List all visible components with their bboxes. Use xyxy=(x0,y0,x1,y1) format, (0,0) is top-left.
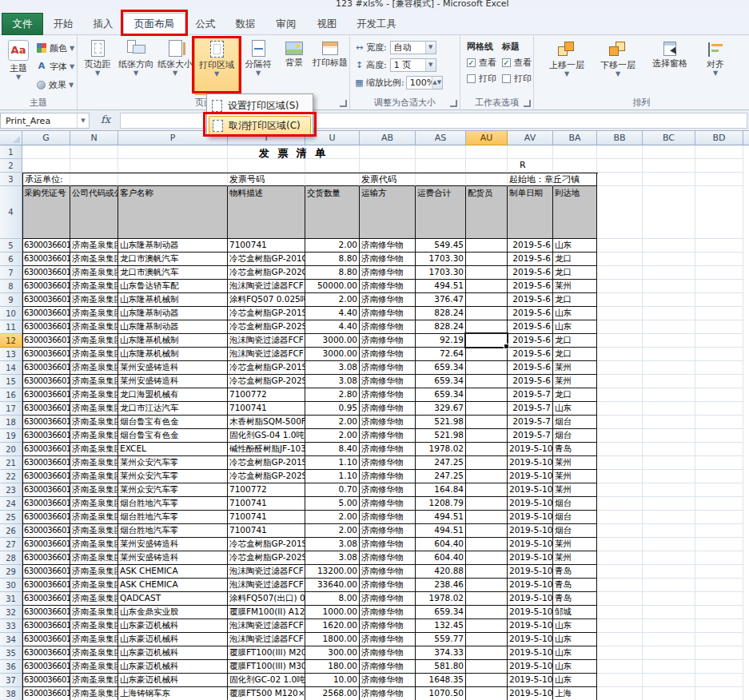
cell[interactable]: 济南圣泉集团 xyxy=(70,511,118,524)
cell[interactable]: 2019-5-10 xyxy=(508,660,553,674)
cell[interactable]: 覆膜FT100(III) M200 xyxy=(228,646,305,660)
cell[interactable] xyxy=(643,606,695,619)
cell[interactable]: 济南圣泉集团 xyxy=(70,660,118,674)
cell[interactable]: 1000.00 xyxy=(305,606,360,619)
cell[interactable] xyxy=(466,375,508,388)
cell[interactable]: 济南修华物 xyxy=(360,375,416,388)
cell[interactable]: 2019-5-6 xyxy=(508,320,553,334)
cell[interactable]: 冷芯盒树脂GP-201S xyxy=(228,538,305,551)
cell[interactable] xyxy=(118,145,228,159)
cell[interactable] xyxy=(597,416,643,429)
row-header-38[interactable]: 38 xyxy=(0,687,22,700)
cell[interactable]: 2019-5-10 xyxy=(508,456,553,470)
cell[interactable]: 济南修华物 xyxy=(360,606,416,619)
cell[interactable]: 7100772 xyxy=(228,388,305,402)
cell[interactable] xyxy=(597,579,643,592)
cell[interactable] xyxy=(643,361,695,375)
cell[interactable]: 烟台 xyxy=(553,416,597,429)
cell[interactable]: 2019-5-6 xyxy=(508,266,553,280)
sheet-options-dialog-launcher[interactable] xyxy=(524,100,531,107)
cell[interactable]: 6300036601 xyxy=(22,538,70,551)
cell[interactable] xyxy=(643,416,695,429)
cell[interactable]: 828.24 xyxy=(416,307,466,320)
column-header-AV[interactable]: AV xyxy=(508,131,553,145)
row-header-9[interactable]: 9 xyxy=(0,293,22,307)
cell[interactable]: 济南修华物 xyxy=(360,470,416,483)
cell[interactable]: 碱性酚醛树脂JF-103 xyxy=(228,443,305,456)
cell[interactable]: 济南修华物 xyxy=(360,334,416,348)
cell[interactable]: 6300036601 xyxy=(22,253,70,266)
row-header-22[interactable]: 22 xyxy=(0,470,22,483)
background-button[interactable]: 背景 xyxy=(277,38,312,95)
cell[interactable]: 6300036601 xyxy=(22,619,70,633)
cell[interactable] xyxy=(466,293,508,307)
cell[interactable]: 莱州 xyxy=(553,456,597,470)
cell[interactable]: 1978.02 xyxy=(416,592,466,606)
cell[interactable]: 济南修华物 xyxy=(360,674,416,687)
cell[interactable]: 6300036601 xyxy=(22,551,70,565)
cell[interactable]: 龙口海盟机械有 xyxy=(118,388,228,402)
cell[interactable]: 济南圣泉集团 xyxy=(70,538,118,551)
row-header-10[interactable]: 10 xyxy=(0,307,22,320)
cell[interactable]: 烟台 xyxy=(553,429,597,443)
cell[interactable]: 济南修华物 xyxy=(360,646,416,660)
cell[interactable]: 龙口 xyxy=(553,334,597,348)
cell[interactable] xyxy=(597,497,643,511)
column-header-AS[interactable]: AS xyxy=(416,131,466,145)
cell[interactable] xyxy=(508,145,553,159)
cell[interactable]: 2568.00 xyxy=(305,687,360,700)
cell[interactable]: 山东豪迈机械科 xyxy=(118,646,228,660)
cell[interactable]: 济南圣泉集团 xyxy=(70,280,118,293)
row-header-34[interactable]: 34 xyxy=(0,633,22,646)
cell[interactable]: 烟台鲁宝有色金 xyxy=(118,416,228,429)
row-header-17[interactable]: 17 xyxy=(0,402,22,416)
cell[interactable]: 烟台 xyxy=(553,511,597,524)
column-header-BC[interactable]: BC xyxy=(643,131,695,145)
cell[interactable] xyxy=(643,280,695,293)
cell[interactable]: 济南修华物 xyxy=(360,511,416,524)
cell[interactable]: 莱州安盛铸造科 xyxy=(118,551,228,565)
cell[interactable]: 2.00 xyxy=(305,511,360,524)
cell[interactable] xyxy=(597,606,643,619)
table-header-cell[interactable]: 到达地 xyxy=(553,186,597,239)
cell[interactable]: 2.80 xyxy=(305,388,360,402)
cell[interactable] xyxy=(466,253,508,266)
stepper-arrows-icon[interactable]: ▲▼ xyxy=(432,77,442,89)
cell[interactable]: 济南圣泉集团 xyxy=(70,592,118,606)
chevron-down-icon[interactable]: ▼ xyxy=(425,59,436,71)
cell[interactable] xyxy=(695,646,743,660)
headings-view-checkbox[interactable]: 查看 xyxy=(502,54,532,70)
cell[interactable] xyxy=(695,159,743,173)
table-header-cell[interactable]: 配货员 xyxy=(466,186,508,239)
cell[interactable]: 2019-5-10 xyxy=(508,687,553,700)
cell[interactable]: 33640.00 xyxy=(305,579,360,592)
cell[interactable] xyxy=(643,307,695,320)
cell[interactable] xyxy=(695,524,743,538)
cell[interactable] xyxy=(695,186,743,239)
cell[interactable]: 2019-5-10 xyxy=(508,483,553,497)
cell[interactable]: 2019-5-10 xyxy=(508,551,553,565)
cell[interactable]: 济南圣泉集团 xyxy=(70,565,118,579)
cell[interactable]: 济南圣泉集团 xyxy=(70,551,118,565)
cell[interactable]: 8.40 xyxy=(305,443,360,456)
cell[interactable]: 泡沫陶瓷过滤器FCF xyxy=(228,280,305,293)
cell[interactable] xyxy=(466,159,508,173)
cell[interactable] xyxy=(695,145,743,159)
cell[interactable]: 247.25 xyxy=(416,470,466,483)
cell[interactable]: 10.00 xyxy=(305,674,360,687)
table-header-cell[interactable]: 公司代码或公 xyxy=(70,186,118,239)
cell[interactable] xyxy=(597,660,643,674)
tab-review[interactable]: 审阅 xyxy=(265,13,307,35)
cell[interactable]: 山东鲁达轿车配 xyxy=(118,280,228,293)
cell[interactable]: 329.67 xyxy=(416,402,466,416)
cell[interactable] xyxy=(597,145,643,159)
cell[interactable]: 济南修华物 xyxy=(360,524,416,538)
row-header-21[interactable]: 21 xyxy=(0,456,22,470)
cell[interactable] xyxy=(466,579,508,592)
cell[interactable] xyxy=(597,511,643,524)
cell[interactable]: 50000.00 xyxy=(305,280,360,293)
cell[interactable]: 莱州 xyxy=(553,551,597,565)
cell[interactable]: 2019-5-10 xyxy=(508,524,553,538)
cell[interactable]: 济南修华物 xyxy=(360,361,416,375)
cell[interactable]: 7100741 xyxy=(228,524,305,538)
